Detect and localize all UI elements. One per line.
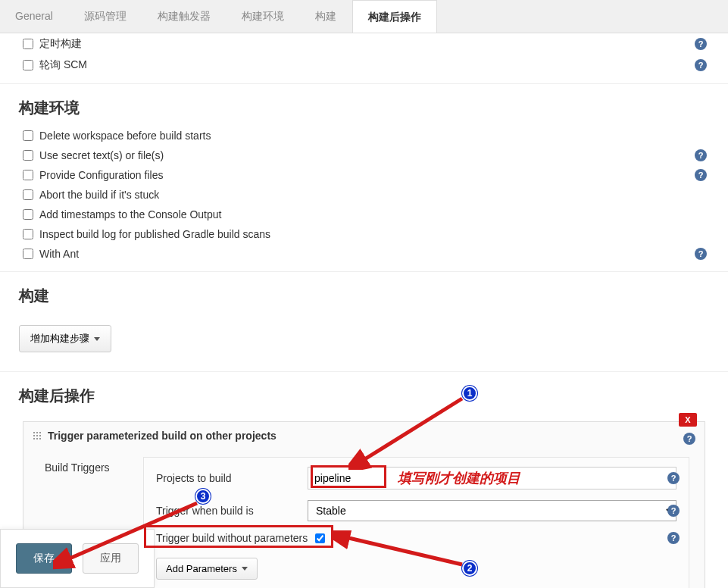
label-gradle-scan: Inspect build log for published Gradle b… <box>39 228 270 240</box>
row-secret: Use secret text(s) or file(s) ? <box>0 145 728 165</box>
help-icon[interactable]: ? <box>667 532 680 544</box>
row-with-ant: With Ant ? <box>0 244 728 264</box>
tabs-bar: General 源码管理 构建触发器 构建环境 构建 构建后操作 <box>0 0 728 33</box>
tab-postbuild[interactable]: 构建后操作 <box>352 0 437 33</box>
section-title-build: 构建 <box>0 272 728 314</box>
tab-build-env[interactable]: 构建环境 <box>227 0 300 33</box>
callout-number-1: 1 <box>462 386 477 401</box>
add-build-step-button[interactable]: 增加构建步骤 <box>19 325 111 352</box>
close-icon[interactable]: X <box>679 413 697 427</box>
main-content: 定时构建 ? 轮询 SCM ? 构建环境 Delete workspace be… <box>0 33 728 588</box>
annotation-text: 填写刚才创建的项目 <box>398 469 520 487</box>
select-trigger-when[interactable]: Stable <box>308 500 676 521</box>
label-with-ant: With Ant <box>39 248 79 260</box>
row-timestamps: Add timestamps to the Console Output <box>0 205 728 224</box>
label-without-params: Trigger build without parameters <box>156 532 308 544</box>
label-config-files: Provide Configuration files <box>39 169 163 181</box>
checkbox-delete-ws[interactable] <box>23 130 33 141</box>
help-icon[interactable]: ? <box>695 169 707 181</box>
help-icon[interactable]: ? <box>683 433 695 445</box>
tab-general[interactable]: General <box>0 0 69 33</box>
help-icon[interactable]: ? <box>667 505 680 517</box>
checkbox-config-files[interactable] <box>23 170 33 180</box>
tab-build[interactable]: 构建 <box>300 0 352 33</box>
apply-button[interactable]: 应用 <box>83 543 139 574</box>
section-title-env: 构建环境 <box>0 84 728 126</box>
save-button[interactable]: 保存 <box>16 543 72 574</box>
label-trigger-when: Trigger when build is <box>156 505 308 517</box>
checkbox-without-params[interactable] <box>315 533 325 543</box>
row-delete-ws: Delete workspace before build starts <box>0 126 728 145</box>
chevron-down-icon <box>242 567 248 571</box>
add-build-step-label: 增加构建步骤 <box>30 332 89 346</box>
help-icon[interactable]: ? <box>695 59 707 71</box>
tab-scm[interactable]: 源码管理 <box>69 0 142 33</box>
row-poll-scm: 轮询 SCM ? <box>0 55 728 76</box>
row-config-files: Provide Configuration files ? <box>0 165 728 185</box>
help-icon[interactable]: ? <box>695 248 707 260</box>
callout-number-2: 2 <box>462 561 477 576</box>
section-title-postbuild: 构建后操作 <box>0 372 728 414</box>
row-scheduled-build: 定时构建 ? <box>0 33 728 55</box>
checkbox-scheduled-build[interactable] <box>23 39 33 49</box>
label-scheduled-build: 定时构建 <box>39 37 82 51</box>
checkbox-gradle-scan[interactable] <box>23 229 33 239</box>
checkbox-timestamps[interactable] <box>23 209 33 220</box>
add-parameters-button[interactable]: Add Parameters <box>156 558 258 580</box>
drag-handle-icon[interactable] <box>33 431 42 440</box>
row-abort-stuck: Abort the build if it's stuck <box>0 185 728 205</box>
label-poll-scm: 轮询 SCM <box>39 58 87 72</box>
help-icon[interactable]: ? <box>667 472 680 484</box>
label-delete-ws: Delete workspace before build starts <box>39 130 211 142</box>
help-icon[interactable]: ? <box>695 149 707 161</box>
label-secret: Use secret text(s) or file(s) <box>39 149 164 161</box>
add-parameters-label: Add Parameters <box>166 563 237 574</box>
row-gradle-scan: Inspect build log for published Gradle b… <box>0 224 728 244</box>
footer-buttons: 保存 应用 <box>0 529 155 588</box>
help-icon[interactable]: ? <box>695 38 707 50</box>
tab-build-triggers[interactable]: 构建触发器 <box>142 0 227 33</box>
chevron-down-icon <box>94 337 100 341</box>
row-trigger-when: Trigger when build is Stable ? <box>156 500 676 521</box>
label-abort-stuck: Abort the build if it's stuck <box>39 189 159 201</box>
checkbox-secret[interactable] <box>23 150 33 161</box>
label-projects-to-build: Projects to build <box>156 472 308 484</box>
row-without-params: Trigger build without parameters ? <box>156 532 676 544</box>
checkbox-poll-scm[interactable] <box>23 60 33 70</box>
checkbox-abort-stuck[interactable] <box>23 189 33 200</box>
postbuild-title: Trigger parameterized build on other pro… <box>48 430 277 442</box>
label-timestamps: Add timestamps to the Console Output <box>39 208 221 220</box>
checkbox-with-ant[interactable] <box>23 249 33 259</box>
postbuild-header: Trigger parameterized build on other pro… <box>23 422 705 449</box>
callout-number-3: 3 <box>195 489 211 504</box>
